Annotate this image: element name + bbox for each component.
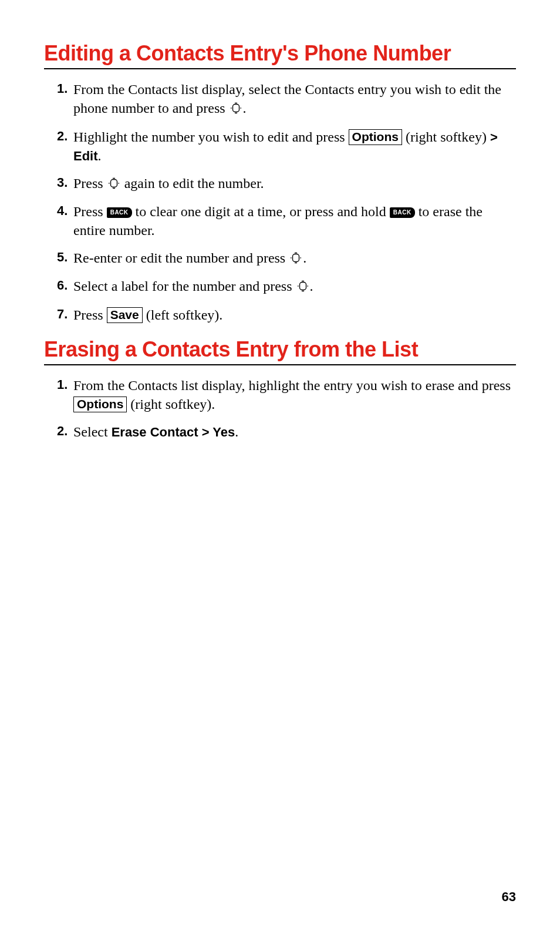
step-text-end: again to edit the number. (121, 176, 264, 191)
step-number: 6. (57, 277, 68, 294)
step-5: 5. Re-enter or edit the number and press… (73, 248, 516, 268)
step-7: 7. Press Save (left softkey). (73, 305, 516, 324)
step-text: Select (73, 424, 112, 439)
svg-rect-15 (299, 283, 306, 290)
step-3: 3. Press again to edit the number. (73, 174, 516, 194)
steps-list-editing: 1. From the Contacts list display, selec… (44, 80, 516, 324)
step-text: Press (73, 307, 107, 322)
step-text: to clear one digit at a time, or press a… (132, 204, 390, 219)
step-number: 5. (57, 248, 68, 266)
step-text: (right softkey) (402, 129, 490, 145)
step-text: Re-enter or edit the number and press (73, 250, 289, 266)
step-text-end: . (243, 100, 247, 116)
step-text: Select a label for the number and press (73, 278, 296, 294)
step-number: 7. (57, 305, 68, 323)
step-1: 1. From the Contacts list display, highl… (73, 376, 516, 414)
step-text: From the Contacts list display, select t… (73, 82, 501, 116)
back-key-icon: BACK (107, 207, 132, 218)
step-4: 4. Press BACK to clear one digit at a ti… (73, 202, 516, 240)
step-text-end: (right softkey). (127, 397, 215, 412)
step-2: 2. Highlight the number you wish to edit… (73, 127, 516, 166)
step-text: Press (73, 176, 107, 191)
step-number: 4. (57, 202, 68, 220)
nav-key-icon (107, 175, 120, 194)
svg-rect-10 (293, 254, 299, 261)
section-heading-erasing: Erasing a Contacts Entry from the List (44, 337, 516, 365)
step-2: 2. Select Erase Contact > Yes. (73, 422, 516, 441)
step-number: 1. (57, 376, 68, 394)
step-text: Press (73, 204, 107, 219)
manual-page: Editing a Contacts Entry's Phone Number … (0, 0, 560, 934)
options-softkey: Options (349, 129, 402, 145)
step-text-end: . (235, 424, 238, 439)
svg-rect-0 (232, 105, 239, 112)
step-number: 3. (57, 174, 68, 191)
nav-key-icon (230, 100, 242, 119)
page-number: 63 (502, 889, 516, 905)
step-number: 2. (57, 422, 68, 440)
step-text: Highlight the number you wish to edit an… (73, 129, 349, 145)
step-text-end: . (303, 250, 306, 266)
step-1: 1. From the Contacts list display, selec… (73, 80, 516, 119)
step-number: 1. (57, 80, 68, 98)
steps-list-erasing: 1. From the Contacts list display, highl… (44, 376, 516, 441)
bold-text: Erase Contact > Yes (112, 425, 235, 439)
step-number: 2. (57, 127, 68, 145)
nav-key-icon (296, 278, 309, 297)
step-text-end: . (310, 278, 313, 294)
options-softkey: Options (73, 397, 127, 412)
svg-rect-5 (110, 179, 117, 187)
back-key-icon: BACK (390, 207, 415, 218)
step-text-end: . (98, 148, 102, 163)
step-text: From the Contacts list display, highligh… (73, 378, 511, 393)
step-6: 6. Select a label for the number and pre… (73, 277, 516, 297)
step-text-end: (left softkey). (143, 307, 223, 322)
section-heading-editing: Editing a Contacts Entry's Phone Number (44, 41, 516, 69)
save-softkey: Save (107, 307, 143, 323)
nav-key-icon (289, 250, 302, 268)
